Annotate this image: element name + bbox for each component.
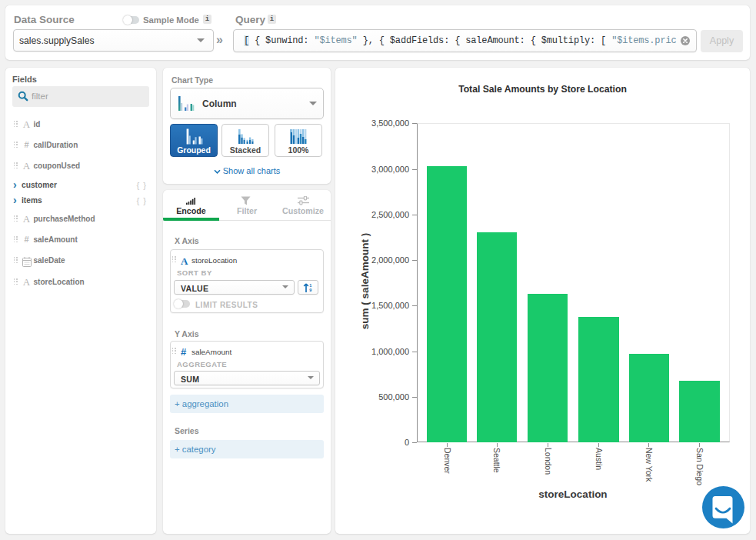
svg-text:1: 1 — [309, 283, 311, 288]
svg-text:9: 9 — [309, 288, 311, 292]
